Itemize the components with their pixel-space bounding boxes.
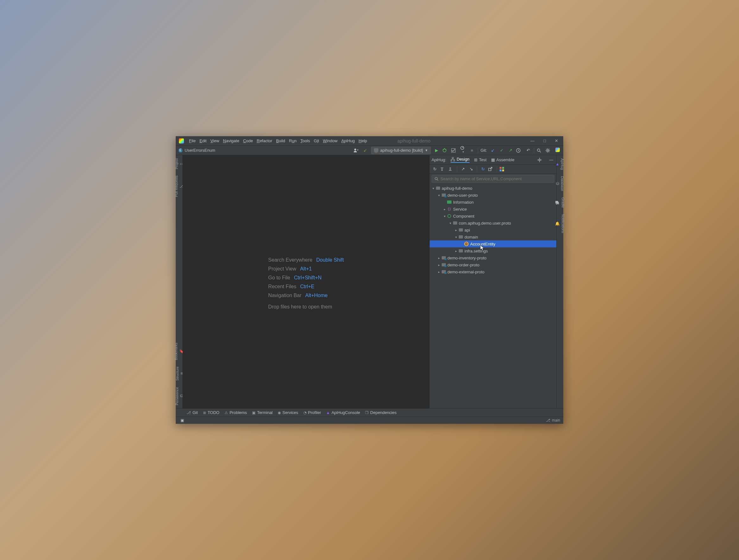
tab-test[interactable]: ⊞ Test (474, 157, 487, 162)
coverage-icon[interactable] (451, 148, 457, 153)
menu-edit[interactable]: Edit (199, 138, 206, 143)
user-icon[interactable]: ▾ (353, 148, 360, 153)
menu-build[interactable]: Build (276, 138, 285, 143)
module-icon (442, 270, 446, 273)
tree-module[interactable]: ▸ demo-external-proto (430, 268, 556, 275)
tree-component[interactable]: ▾ Component (430, 213, 556, 220)
svg-line-17 (549, 151, 549, 152)
close-icon[interactable]: ✕ (555, 138, 558, 143)
collapse-icon[interactable]: ↘ (468, 167, 474, 171)
menu-apihug[interactable]: ApiHug (341, 138, 355, 143)
bottom-problems[interactable]: ⚠ Problems (225, 410, 247, 415)
breadcrumb[interactable]: E UserErrorsEnum (178, 148, 215, 153)
info-icon (447, 200, 451, 204)
app-icon (179, 138, 184, 143)
sync-icon[interactable]: ↻ (480, 167, 486, 171)
menu-file[interactable]: File (189, 138, 196, 143)
menu-refactor[interactable]: Refactor (257, 138, 272, 143)
minimize-icon[interactable]: — (530, 138, 535, 143)
tree-package[interactable]: ▾ com.apihug.demo.user.proto (430, 220, 556, 227)
git-push-icon[interactable]: ↗ (507, 148, 513, 153)
git-commit-icon[interactable]: ✓ (498, 148, 505, 153)
panel-label: ApiHug: (432, 157, 446, 162)
settings-icon[interactable] (546, 148, 552, 153)
search-icon[interactable] (537, 148, 543, 153)
gutter-bookmarks[interactable]: Bookmarks 🔖 (176, 339, 182, 363)
refresh-icon[interactable]: ↻ (432, 167, 438, 171)
tree-module[interactable]: ▾ demo-user-proto (430, 192, 556, 198)
collapse-all-icon[interactable] (448, 167, 454, 171)
tree-icon (451, 157, 455, 161)
tree-api[interactable]: ▸ api (430, 227, 556, 234)
open-external-icon[interactable] (488, 167, 494, 171)
bottom-git[interactable]: ⎇ Git (186, 410, 198, 415)
warning-icon: ⚠ (225, 411, 228, 415)
tree-account-entity[interactable]: D AccountEntity (430, 241, 556, 247)
chevron-down-icon: ▾ (442, 215, 447, 218)
bottom-terminal[interactable]: ▣ Terminal (252, 410, 273, 415)
maximize-icon[interactable]: □ (543, 138, 546, 143)
domain-entity-icon: D (464, 242, 469, 246)
stop-icon[interactable]: ■ (469, 148, 475, 153)
tool-windows-toggle-icon[interactable]: ▣ (179, 418, 185, 423)
history-icon[interactable] (516, 148, 523, 153)
bottom-todo[interactable]: ≣ TODO (203, 410, 219, 415)
tree-root[interactable]: ▾ apihug-full-demo (430, 185, 556, 192)
svg-point-39 (435, 177, 437, 179)
chevron-down-icon: ▼ (425, 149, 428, 152)
chevron-down-icon: ▾ (448, 222, 452, 225)
gutter-gradle[interactable]: 🐘 Gradle (557, 194, 563, 211)
run-icon[interactable]: ▶ (433, 148, 440, 153)
gutter-database[interactable]: ⛁ Database (557, 173, 563, 194)
bottom-dependencies[interactable]: ❒ Dependencies (365, 410, 397, 415)
tree-infra[interactable]: ▸ infra.settings (430, 247, 556, 254)
git-pull-icon[interactable]: ↙ (489, 148, 496, 153)
menu-tools[interactable]: Tools (300, 138, 310, 143)
titlebar: File Edit View Navigate Code Refactor Bu… (176, 136, 563, 146)
panel-settings-icon[interactable] (537, 158, 544, 162)
menu-git[interactable]: Git (314, 138, 319, 143)
drop-hint: Drop files here to open them (268, 304, 344, 310)
database-icon: ⛁ (556, 181, 559, 186)
panel-search-input[interactable] (440, 176, 552, 181)
tab-assemble[interactable]: ▦ Assemble (491, 157, 514, 162)
tree-module[interactable]: ▸ demo-inventory-proto (430, 254, 556, 261)
tree-domain[interactable]: ▾ domain (430, 234, 556, 241)
tree-module[interactable]: ▸ demo-order-proto (430, 261, 556, 268)
menu-help[interactable]: Help (359, 138, 367, 143)
expand-all-icon[interactable] (440, 167, 446, 171)
title-project-name: apihug-full-demo (397, 138, 430, 143)
git-branch[interactable]: ⎇ main (546, 418, 560, 423)
menu-run[interactable]: Run (289, 138, 297, 143)
panel-hide-icon[interactable]: — (548, 157, 554, 162)
gutter-persistence[interactable]: Persistence ⛁ (176, 384, 182, 408)
debug-icon[interactable] (442, 148, 449, 153)
expand-icon[interactable]: ↗ (460, 167, 466, 171)
bottom-apihug-console[interactable]: ▲ ApiHugConsole (326, 410, 360, 415)
panel-search[interactable] (432, 175, 554, 183)
bottom-profiler[interactable]: ◔ Profiler (303, 410, 321, 415)
panel-toolbar: ↻ ↗ ↘ ↻ (430, 165, 556, 173)
gutter-apihug[interactable]: ▲ ApiHug (557, 155, 563, 173)
run-config-label: apihug-full-demo [build] (380, 148, 423, 153)
plugin-icon[interactable] (554, 148, 561, 153)
run-config-selector[interactable]: apihug-full-demo [build] ▼ (371, 147, 431, 154)
rollback-icon[interactable]: ↶ (525, 148, 531, 153)
grid-color-icon[interactable] (500, 167, 506, 171)
profile-icon[interactable]: ▾ (460, 146, 466, 155)
menu-view[interactable]: View (210, 138, 219, 143)
gutter-pull-requests[interactable]: Pull Requests ⎇ (176, 172, 182, 200)
gutter-notifications[interactable]: 🔔 Notifications (557, 211, 563, 236)
tree-service[interactable]: ▸ ⟨⟩ Service (430, 205, 556, 213)
menu-window[interactable]: Window (323, 138, 337, 143)
bottom-services[interactable]: ◉ Services (278, 410, 298, 415)
menu-navigate[interactable]: Navigate (223, 138, 239, 143)
gutter-structure[interactable]: Structure ≡ (176, 363, 182, 384)
tree-information[interactable]: Information (430, 198, 556, 205)
gutter-project[interactable]: Project ▭ (176, 155, 182, 172)
menu-code[interactable]: Code (243, 138, 253, 143)
back-arrow-icon[interactable]: ↙ (362, 148, 368, 153)
component-icon (447, 214, 451, 218)
folder-icon (459, 228, 463, 232)
tab-design[interactable]: Design (451, 157, 469, 163)
